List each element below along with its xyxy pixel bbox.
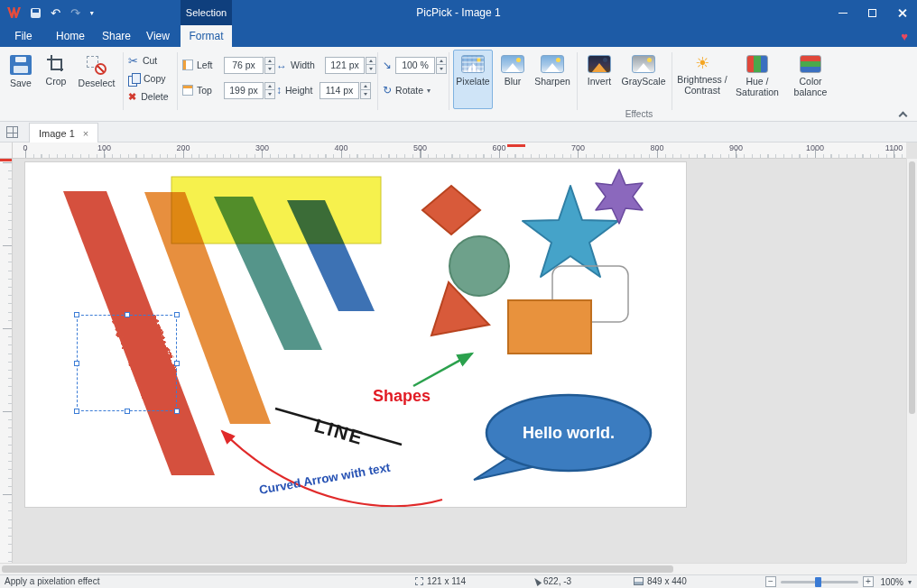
- selection-handle[interactable]: [125, 409, 130, 414]
- shape-yellow-rectangle: [171, 177, 381, 243]
- maximize-button[interactable]: [857, 0, 887, 25]
- close-button[interactable]: [887, 0, 917, 25]
- scale-spin-down[interactable]: [436, 65, 447, 74]
- qat-dropdown-icon[interactable]: ▾: [90, 9, 94, 17]
- tab-list-grid-icon[interactable]: [6, 126, 18, 138]
- minimize-button[interactable]: [828, 0, 857, 25]
- ribbon-separator: [377, 52, 378, 110]
- ruler-number: 700: [571, 143, 585, 152]
- horizontal-scrollbar[interactable]: [0, 563, 906, 574]
- hue-saturation-button[interactable]: Hue / Saturation: [731, 50, 783, 109]
- left-input[interactable]: 76 px: [224, 57, 264, 74]
- zoom-out-button[interactable]: −: [765, 576, 776, 587]
- save-button[interactable]: Save: [4, 50, 38, 109]
- canvas-viewport[interactable]: Shapes LINE Curved Arrow with text Hello…: [13, 159, 906, 563]
- height-icon: ↕: [276, 85, 282, 96]
- left-spin-down[interactable]: [264, 65, 275, 74]
- width-spin-down[interactable]: [366, 65, 376, 74]
- quick-save-icon[interactable]: [31, 8, 41, 18]
- ruler-number: 0: [23, 143, 27, 152]
- ribbon-separator: [123, 52, 124, 110]
- top-spin-up[interactable]: [264, 82, 275, 91]
- rotate-icon: ↻: [383, 85, 392, 96]
- width-input[interactable]: 121 px: [325, 57, 365, 74]
- height-input[interactable]: 114 px: [320, 82, 359, 99]
- left-position-icon: [182, 60, 193, 70]
- color-balance-button[interactable]: Color balance: [787, 50, 834, 109]
- document-tab-close-icon[interactable]: ×: [83, 128, 88, 139]
- selection-handle[interactable]: [174, 312, 180, 317]
- selection-handle[interactable]: [174, 409, 180, 414]
- zoom-slider-handle[interactable]: [815, 577, 821, 587]
- image-size-value: 849 x 440: [647, 576, 687, 586]
- scale-input[interactable]: 100 %: [395, 57, 435, 74]
- sharpen-icon: [541, 55, 564, 73]
- selection-size-icon: [415, 577, 423, 585]
- rotate-label: Rotate: [395, 85, 423, 96]
- copy-button[interactable]: Copy: [128, 70, 166, 87]
- crop-label: Crop: [46, 76, 67, 87]
- shape-diamond: [422, 186, 480, 234]
- tab-view[interactable]: View: [139, 25, 177, 47]
- ruler-number: 500: [413, 143, 427, 152]
- ruler-number: 800: [650, 143, 663, 152]
- left-label: Left: [197, 60, 220, 70]
- heart-icon[interactable]: ♥: [901, 25, 908, 47]
- zoom-in-button[interactable]: +: [863, 576, 874, 587]
- height-spin-down[interactable]: [360, 90, 371, 99]
- status-hint: Apply a pixelation effect: [5, 576, 99, 586]
- vertical-scrollbar-thumb[interactable]: [909, 161, 915, 414]
- rotate-control[interactable]: ↻ Rotate ▾: [383, 80, 431, 100]
- selection-handle[interactable]: [125, 312, 130, 317]
- left-spin-up[interactable]: [264, 57, 275, 66]
- vertical-scrollbar[interactable]: [906, 159, 917, 563]
- color-balance-icon: [800, 55, 821, 73]
- tab-share[interactable]: Share: [96, 25, 137, 47]
- grayscale-button[interactable]: GrayScale: [620, 50, 667, 109]
- zoom-level[interactable]: 100%: [878, 577, 903, 587]
- selection-handle[interactable]: [74, 361, 79, 366]
- width-spin-up[interactable]: [366, 57, 376, 66]
- delete-label: Delete: [141, 91, 168, 102]
- cut-button[interactable]: ✂ Cut: [128, 52, 157, 69]
- invert-button[interactable]: Invert: [581, 50, 617, 109]
- zoom-dropdown-icon[interactable]: ▾: [908, 578, 912, 586]
- horizontal-scrollbar-thumb[interactable]: [2, 565, 673, 573]
- redo-icon[interactable]: ↷: [70, 7, 80, 19]
- ruler-corner: [0, 142, 13, 159]
- selection-handle[interactable]: [74, 312, 79, 317]
- collapse-ribbon-icon[interactable]: [899, 112, 908, 121]
- undo-icon[interactable]: ↶: [51, 7, 60, 19]
- blur-button[interactable]: Blur: [497, 50, 528, 109]
- tab-file[interactable]: File: [7, 25, 40, 47]
- scale-spin-up[interactable]: [436, 57, 447, 66]
- quick-access-toolbar: ↶ ↷ ▾: [7, 0, 94, 25]
- selection-rectangle[interactable]: [77, 315, 177, 411]
- deselect-button[interactable]: Deselect: [74, 50, 119, 109]
- hue-saturation-label: Hue / Saturation: [732, 76, 783, 97]
- tab-format[interactable]: Format: [181, 25, 232, 47]
- scale-icon: ↘: [383, 60, 392, 70]
- ruler-number: 100: [97, 143, 111, 152]
- top-spin-down[interactable]: [264, 90, 275, 99]
- crop-button[interactable]: Crop: [40, 50, 72, 109]
- selection-handle[interactable]: [74, 409, 79, 414]
- picpick-logo-icon[interactable]: [7, 7, 21, 18]
- selection-size-value: 121 x 114: [427, 576, 466, 586]
- selection-handle[interactable]: [174, 361, 180, 366]
- tab-home[interactable]: Home: [51, 25, 90, 47]
- chevron-down-icon: ▾: [427, 87, 431, 95]
- sharpen-button[interactable]: Sharpen: [532, 50, 573, 109]
- width-control: ↔ Width 121 px: [276, 55, 376, 75]
- ruler-vertical: 0100200300400: [0, 159, 13, 563]
- pixelate-button[interactable]: Pixelate: [453, 50, 493, 109]
- document-tab-image1[interactable]: Image 1 ×: [29, 123, 98, 142]
- height-spin-up[interactable]: [360, 82, 371, 91]
- delete-button[interactable]: ✖ Delete: [128, 88, 169, 105]
- brightness-contrast-button[interactable]: ☀ Brightness / Contrast: [675, 50, 729, 109]
- window-title: PicPick - Image 1: [271, 0, 646, 25]
- top-input[interactable]: 199 px: [224, 82, 264, 99]
- cut-label: Cut: [143, 55, 157, 66]
- zoom-slider[interactable]: [781, 581, 858, 583]
- zoom-controls: − + 100% ▾: [765, 576, 912, 587]
